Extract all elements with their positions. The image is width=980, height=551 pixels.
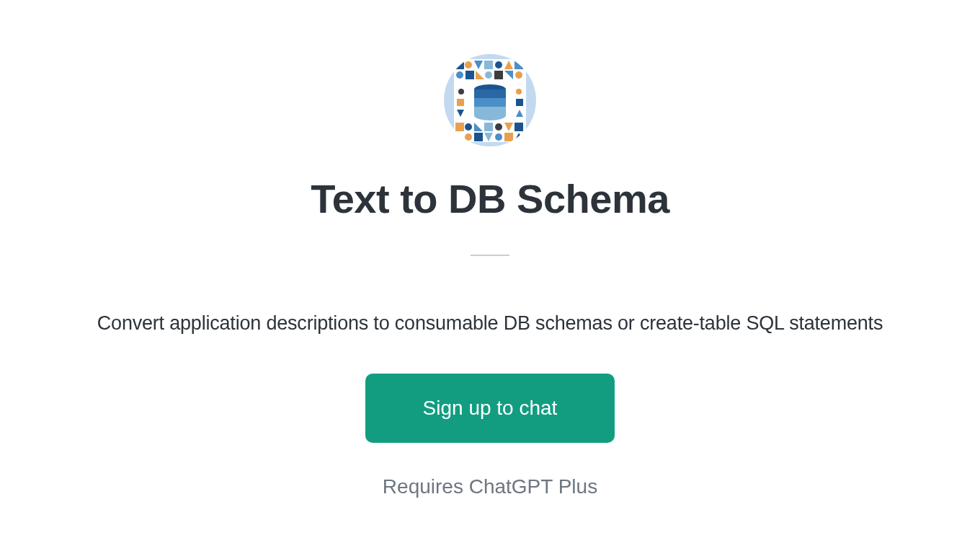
page-title: Text to DB Schema — [311, 175, 669, 222]
svg-rect-28 — [455, 123, 464, 131]
svg-point-29 — [465, 123, 472, 131]
avatar-icon — [454, 59, 526, 142]
svg-point-39 — [495, 133, 502, 141]
signup-button[interactable]: Sign up to chat — [365, 374, 615, 443]
svg-point-8 — [456, 71, 463, 79]
svg-point-36 — [465, 133, 472, 141]
svg-rect-34 — [514, 123, 523, 131]
svg-point-25 — [516, 89, 522, 94]
svg-rect-37 — [474, 133, 483, 141]
svg-point-22 — [458, 89, 464, 94]
svg-point-2 — [465, 61, 472, 69]
svg-rect-23 — [457, 99, 464, 106]
svg-point-14 — [515, 71, 522, 79]
app-avatar — [444, 54, 536, 146]
svg-point-32 — [495, 123, 502, 131]
svg-rect-31 — [484, 123, 493, 131]
svg-rect-40 — [504, 133, 513, 141]
svg-point-5 — [495, 61, 502, 69]
svg-rect-9 — [466, 71, 474, 79]
divider — [471, 255, 509, 256]
svg-point-11 — [485, 71, 492, 79]
svg-rect-7 — [514, 61, 523, 69]
svg-point-21 — [474, 110, 506, 120]
svg-rect-4 — [484, 61, 493, 69]
svg-rect-12 — [494, 71, 503, 79]
requires-text: Requires ChatGPT Plus — [383, 475, 597, 498]
svg-rect-26 — [516, 99, 523, 106]
app-description: Convert application descriptions to cons… — [97, 312, 883, 335]
svg-rect-1 — [455, 61, 464, 69]
